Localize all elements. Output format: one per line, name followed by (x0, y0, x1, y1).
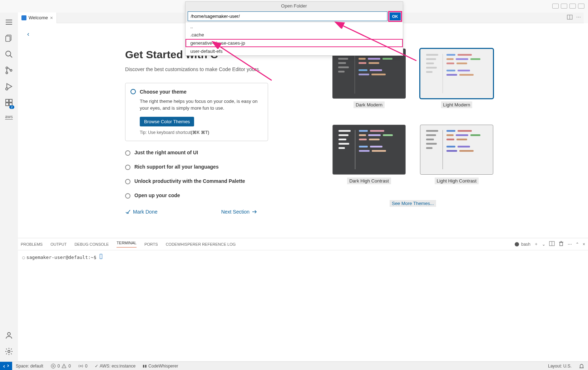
svg-point-7 (6, 67, 8, 69)
terminal-circle-icon: ○ (22, 255, 25, 260)
status-codewhisperer[interactable]: ▮▮ CodeWhisperer (139, 364, 182, 369)
card-body: The right theme helps you focus on your … (140, 98, 261, 112)
ok-button[interactable]: OK (390, 12, 401, 20)
panel-tab-ports[interactable]: PORTS (144, 242, 158, 246)
status-notifications-icon[interactable] (575, 363, 588, 369)
activity-bar: 2 aws (0, 12, 18, 361)
svg-point-17 (8, 350, 10, 352)
svg-point-21 (515, 242, 519, 246)
svg-rect-13 (6, 103, 9, 106)
svg-point-5 (6, 51, 11, 56)
status-problems[interactable]: 0 0 (47, 363, 74, 369)
theme-label: Dark High Contrast (347, 178, 391, 184)
panel-tab-codewhisperer[interactable]: CODEWHISPERER REFERENCE LOG (166, 242, 236, 246)
arrow-annotation-folder (207, 41, 279, 84)
radio-icon (125, 193, 130, 199)
layout-icon-2[interactable] (561, 4, 567, 9)
svg-point-11 (6, 88, 8, 90)
step-ui-amount[interactable]: Just the right amount of UI (125, 150, 268, 155)
radio-icon (125, 165, 130, 170)
panel-tab-debug-console[interactable]: DEBUG CONSOLE (74, 242, 109, 246)
aws-icon[interactable]: aws (5, 114, 13, 119)
svg-point-32 (80, 365, 81, 367)
panel-more-icon[interactable]: ⋯ (568, 242, 572, 247)
theme-label: Dark Modern (354, 101, 385, 108)
search-icon[interactable] (5, 50, 13, 60)
svg-line-33 (341, 25, 416, 61)
next-section-button[interactable]: Next Section (221, 209, 257, 215)
step-open-code[interactable]: Open up your code (125, 192, 268, 198)
tab-welcome[interactable]: Welcome × (18, 12, 57, 23)
kill-terminal-icon[interactable] (558, 241, 564, 248)
radio-selected-icon (130, 89, 136, 94)
close-icon[interactable]: × (50, 15, 53, 21)
arrow-annotation-ok (334, 21, 427, 64)
tab-label: Welcome (29, 15, 48, 20)
dialog-title: Open Folder (186, 2, 403, 10)
menu-icon[interactable] (5, 18, 13, 28)
explorer-icon[interactable] (5, 34, 13, 44)
svg-point-8 (6, 72, 8, 74)
see-more-themes[interactable]: See More Themes... (332, 201, 493, 215)
theme-light-modern[interactable]: Light Modern (420, 49, 493, 117)
remote-indicator[interactable] (0, 362, 12, 370)
status-layout[interactable]: Layout: U.S. (544, 364, 575, 369)
card-tip: Tip: Use keyboard shortcut(⌘K ⌘T) (140, 130, 261, 135)
theme-label: Light High Contrast (435, 178, 479, 184)
status-aws[interactable]: ✓ AWS: ecs:instance (91, 364, 139, 369)
folder-path-input[interactable] (188, 11, 388, 21)
theme-label: Light Modern (441, 101, 473, 108)
layout-icon-4[interactable] (578, 4, 584, 9)
layout-icon-1[interactable] (552, 4, 559, 9)
browse-themes-button[interactable]: Browse Color Themes (140, 117, 194, 126)
terminal-body[interactable]: ○sagemaker-user@default:~$ (18, 250, 588, 264)
extensions-icon[interactable]: 2 (5, 98, 13, 108)
svg-rect-12 (6, 99, 9, 102)
run-debug-icon[interactable] (5, 82, 13, 92)
card-title: Choose your theme (140, 89, 261, 95)
status-space[interactable]: Space: default (12, 364, 47, 369)
step-command-palette[interactable]: Unlock productivity with the Command Pal… (125, 178, 268, 184)
split-terminal-icon[interactable] (549, 241, 555, 248)
window-layout-controls (552, 4, 584, 9)
svg-point-16 (8, 332, 10, 335)
see-more-themes-link[interactable]: See More Themes... (390, 200, 436, 207)
chevron-up-icon[interactable]: ⌃ (575, 242, 579, 247)
layout-icon-3[interactable] (569, 4, 576, 9)
new-terminal-icon[interactable]: ＋ (534, 241, 538, 247)
panel-tab-output[interactable]: OUTPUT (50, 242, 66, 246)
status-ports[interactable]: 0 (74, 363, 91, 369)
editor-actions: ⋯ (567, 14, 584, 21)
status-bar: Space: default 0 0 0 ✓ AWS: ecs:instance… (0, 361, 588, 370)
terminal-shell-selector[interactable]: bash (514, 241, 530, 247)
more-actions-icon[interactable]: ⋯ (576, 14, 581, 21)
terminal-prompt: sagemaker-user@default:~$ (26, 255, 97, 260)
svg-point-9 (10, 70, 12, 71)
panel-tabs: PROBLEMS OUTPUT DEBUG CONSOLE TERMINAL P… (18, 238, 588, 250)
theme-dark-high-contrast[interactable]: Dark High Contrast (332, 125, 406, 193)
svg-line-6 (10, 55, 12, 58)
mark-done-button[interactable]: Mark Done (125, 209, 157, 215)
choose-theme-card[interactable]: Choose your theme The right theme helps … (125, 83, 268, 141)
terminal-dropdown-icon[interactable]: ⌄ (542, 242, 545, 247)
accounts-icon[interactable] (5, 331, 13, 341)
terminal-cursor (100, 254, 102, 259)
svg-rect-4 (6, 36, 10, 41)
panel-tab-problems[interactable]: PROBLEMS (21, 242, 43, 246)
split-editor-icon[interactable] (567, 14, 573, 21)
svg-rect-15 (9, 99, 12, 102)
settings-gear-icon[interactable] (5, 347, 13, 357)
panel-tab-terminal[interactable]: TERMINAL (117, 241, 137, 248)
svg-rect-24 (560, 242, 563, 246)
theme-light-high-contrast[interactable]: Light High Contrast (420, 125, 493, 193)
radio-icon (125, 150, 130, 156)
bottom-panel: PROBLEMS OUTPUT DEBUG CONSOLE TERMINAL P… (18, 238, 588, 361)
svg-line-34 (218, 45, 272, 80)
panel-close-icon[interactable]: × (583, 242, 585, 247)
step-languages[interactable]: Rich support for all your languages (125, 164, 268, 170)
radio-icon (125, 179, 130, 184)
welcome-tab-icon (21, 15, 26, 20)
extensions-badge: 2 (9, 105, 14, 109)
source-control-icon[interactable] (5, 66, 13, 76)
